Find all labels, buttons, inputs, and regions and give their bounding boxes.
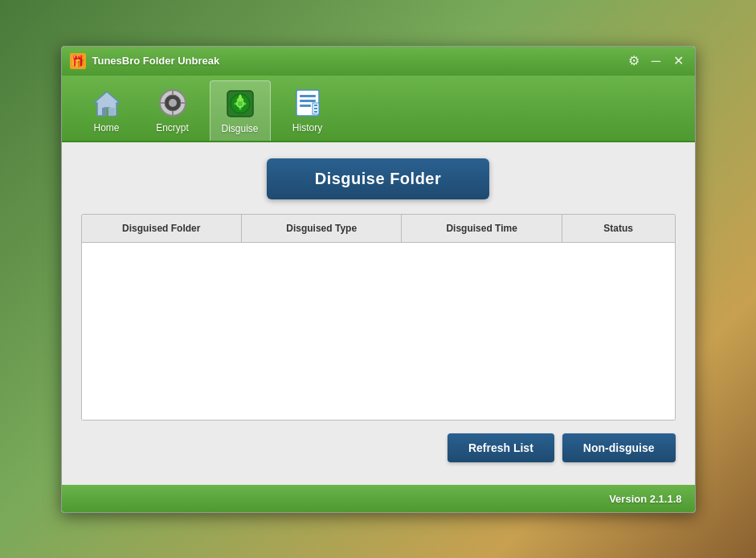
window-title: TunesBro Folder Unbreak: [92, 55, 220, 67]
toolbar-home-label: Home: [93, 122, 119, 133]
main-window: 🎁 TunesBro Folder Unbreak ⚙ ─ ✕ Home: [61, 46, 696, 513]
svg-rect-15: [300, 100, 316, 102]
toolbar-history-label: History: [292, 122, 322, 133]
svg-rect-19: [314, 108, 317, 109]
svg-rect-16: [300, 105, 311, 107]
disguise-folder-button[interactable]: Disguise Folder: [267, 158, 490, 199]
svg-rect-2: [108, 108, 115, 116]
toolbar-disguise-label: Disguise: [222, 123, 259, 134]
col-disguised-type: Disguised Type: [242, 215, 402, 242]
encrypt-icon: [155, 85, 190, 121]
app-icon: 🎁: [70, 53, 86, 69]
svg-rect-18: [314, 105, 317, 106]
settings-button[interactable]: ⚙: [626, 53, 642, 69]
refresh-list-button[interactable]: Refresh List: [447, 433, 554, 462]
svg-point-5: [169, 99, 177, 107]
svg-rect-1: [102, 108, 107, 116]
toolbar-item-disguise[interactable]: Disguise: [210, 80, 271, 141]
minimize-button[interactable]: ─: [648, 53, 664, 69]
non-disguise-button[interactable]: Non-disguise: [562, 433, 676, 462]
svg-rect-20: [314, 111, 317, 113]
version-label: Version 2.1.1.8: [609, 493, 681, 505]
toolbar: Home Encrypt: [62, 76, 695, 142]
toolbar-item-encrypt[interactable]: Encrypt: [144, 80, 202, 140]
history-icon: [290, 85, 325, 121]
title-bar: 🎁 TunesBro Folder Unbreak ⚙ ─ ✕: [62, 47, 695, 76]
table-body: [82, 243, 675, 420]
disguise-button-wrap: Disguise Folder: [81, 158, 676, 199]
disguise-table: Disguised Folder Disguised Type Disguise…: [81, 214, 676, 421]
status-bar: Version 2.1.1.8: [62, 485, 695, 512]
title-bar-left: 🎁 TunesBro Folder Unbreak: [70, 53, 220, 69]
home-icon: [89, 85, 125, 121]
table-header: Disguised Folder Disguised Type Disguise…: [82, 215, 675, 243]
toolbar-encrypt-label: Encrypt: [156, 122, 189, 133]
svg-rect-14: [300, 95, 316, 97]
disguise-icon: [223, 86, 258, 121]
title-bar-controls: ⚙ ─ ✕: [626, 53, 687, 69]
close-button[interactable]: ✕: [671, 53, 687, 69]
footer-buttons: Refresh List Non-disguise: [81, 421, 676, 469]
toolbar-item-history[interactable]: History: [279, 80, 337, 140]
col-disguised-folder: Disguised Folder: [82, 215, 242, 242]
col-status: Status: [562, 215, 675, 242]
col-disguised-time: Disguised Time: [402, 215, 562, 242]
toolbar-item-home[interactable]: Home: [78, 80, 136, 140]
content-area: Disguise Folder Disguised Folder Disguis…: [62, 142, 695, 485]
